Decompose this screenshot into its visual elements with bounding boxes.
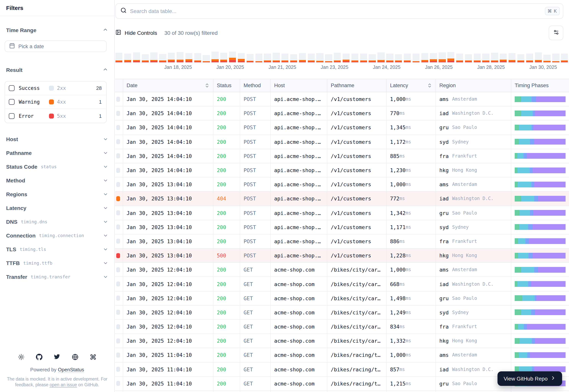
filter-section-dns[interactable]: DNStiming.dns: [0, 215, 114, 229]
timeline-bar[interactable]: [509, 53, 516, 62]
search-input[interactable]: [130, 8, 545, 14]
timeline-bar[interactable]: [334, 53, 341, 62]
timeline-bar[interactable]: [378, 52, 385, 62]
table-row[interactable]: Jan 30, 2025 13:04:10500POSTapi.acme-sho…: [115, 249, 569, 263]
table-row[interactable]: Jan 30, 2025 13:04:10200POSTapi.acme-sho…: [115, 234, 569, 249]
timeline-bar[interactable]: [500, 54, 507, 62]
timeline-bar[interactable]: [325, 54, 332, 62]
timeline-bar[interactable]: [421, 53, 428, 62]
footer-twitter-button[interactable]: [53, 353, 61, 361]
timeline-bar[interactable]: [177, 52, 184, 62]
footer-github-button[interactable]: [35, 353, 43, 361]
openstatus-link[interactable]: OpenStatus: [58, 367, 84, 373]
timeline-bar[interactable]: [369, 54, 376, 62]
table-row[interactable]: Jan 30, 2025 12:04:10200GETacme-shop.com…: [115, 334, 569, 348]
table-row[interactable]: Jan 30, 2025 12:04:10200GETacme-shop.com…: [115, 306, 569, 320]
table-row[interactable]: Jan 30, 2025 14:04:10200POSTapi.acme-sho…: [115, 106, 569, 120]
timeline-bar[interactable]: [273, 53, 280, 62]
table-row[interactable]: Jan 30, 2025 12:04:10200GETacme-shop.com…: [115, 263, 569, 277]
filter-section-connection[interactable]: Connectiontiming.connection: [0, 229, 114, 242]
timeline-bar[interactable]: [552, 54, 559, 62]
timeline-bar[interactable]: [561, 54, 568, 62]
timeline-bar[interactable]: [290, 54, 297, 62]
timeline-bar[interactable]: [281, 54, 289, 62]
result-option-success[interactable]: Success2xx28: [5, 82, 106, 95]
view-github-repo-button[interactable]: View GitHub Repo: [498, 371, 562, 386]
timeline-bar[interactable]: [124, 54, 131, 62]
timeline-bar[interactable]: [543, 55, 551, 62]
timeline-bar[interactable]: [247, 54, 253, 62]
filter-section-method[interactable]: Method: [0, 174, 114, 187]
column-header-date[interactable]: Date: [123, 79, 213, 92]
footer-globe-button[interactable]: [71, 353, 79, 361]
timeline-bar[interactable]: [159, 54, 166, 62]
table-row[interactable]: Jan 30, 2025 12:04:10200GETacme-shop.com…: [115, 291, 569, 305]
column-header-latency[interactable]: Latency: [387, 79, 436, 92]
timeline-bar[interactable]: [229, 52, 236, 62]
timeline-bar[interactable]: [386, 54, 393, 62]
view-settings-button[interactable]: [549, 26, 563, 40]
filter-section-status-code[interactable]: Status Codestatus: [0, 160, 114, 174]
timeline-bar[interactable]: [482, 54, 489, 62]
table-row[interactable]: Jan 30, 2025 13:04:10200POSTapi.acme-sho…: [115, 206, 569, 220]
table-row[interactable]: Jan 30, 2025 14:04:10200POSTapi.acme-sho…: [115, 149, 569, 163]
timeline-bar[interactable]: [360, 54, 367, 62]
timeline-bar[interactable]: [255, 54, 262, 62]
timeline-bar[interactable]: [439, 52, 446, 62]
timeline-bar[interactable]: [535, 52, 542, 62]
table-row[interactable]: Jan 30, 2025 11:04:10200GETacme-shop.com…: [115, 348, 569, 362]
checkbox[interactable]: [9, 99, 14, 105]
time-range-section-header[interactable]: Time Range: [0, 24, 114, 37]
timeline-bar[interactable]: [343, 54, 350, 62]
footer-sun-button[interactable]: [17, 353, 25, 361]
checkbox[interactable]: [9, 113, 14, 119]
filter-section-pathname[interactable]: Pathname: [0, 146, 114, 160]
table-row[interactable]: Jan 30, 2025 14:04:10200POSTapi.acme-sho…: [115, 135, 569, 149]
timeline-bar[interactable]: [142, 54, 149, 62]
timeline-bar[interactable]: [412, 54, 419, 62]
timeline-bar[interactable]: [203, 55, 210, 62]
open-an-issue-link[interactable]: open an issue: [50, 383, 77, 387]
table-row[interactable]: Jan 30, 2025 12:04:10200GETacme-shop.com…: [115, 277, 569, 291]
result-option-warning[interactable]: Warning4xx1: [5, 95, 106, 109]
timeline-bar[interactable]: [526, 54, 533, 62]
table-row[interactable]: Jan 30, 2025 14:04:10200POSTapi.acme-sho…: [115, 163, 569, 177]
timeline-bar[interactable]: [517, 54, 525, 62]
timeline-bar[interactable]: [264, 54, 271, 62]
timeline-bar[interactable]: [212, 52, 219, 62]
table-row[interactable]: Jan 30, 2025 12:04:10200GETacme-shop.com…: [115, 320, 569, 334]
filter-section-tls[interactable]: TLStiming.tls: [0, 242, 114, 256]
timeline-bar[interactable]: [404, 54, 411, 62]
result-section-header[interactable]: Result: [0, 63, 114, 76]
table-row[interactable]: Jan 30, 2025 13:04:10200POSTapi.acme-sho…: [115, 220, 569, 234]
timeline-bar[interactable]: [317, 53, 323, 62]
hide-controls-button[interactable]: Hide Controls: [115, 29, 157, 36]
table-row[interactable]: Jan 30, 2025 14:04:10200POSTapi.acme-sho…: [115, 121, 569, 135]
timeline-bar[interactable]: [151, 52, 158, 62]
timeline-bar[interactable]: [491, 53, 498, 62]
table-row[interactable]: Jan 30, 2025 14:04:10200POSTapi.acme-sho…: [115, 92, 569, 106]
timeline-bar[interactable]: [133, 52, 140, 62]
timeline-bar[interactable]: [115, 53, 123, 62]
timeline-bar[interactable]: [395, 54, 402, 62]
filter-section-host[interactable]: Host: [0, 132, 114, 146]
timeline-bar[interactable]: [299, 53, 306, 62]
timeline-bar[interactable]: [168, 53, 175, 62]
timeline-bar[interactable]: [447, 52, 455, 62]
timeline-bar[interactable]: [220, 53, 227, 62]
timeline-bar[interactable]: [465, 54, 472, 62]
date-picker-input[interactable]: Pick a date: [5, 41, 107, 52]
checkbox[interactable]: [9, 85, 14, 91]
timeline-bar[interactable]: [194, 53, 201, 62]
result-option-error[interactable]: Error5xx1: [5, 109, 106, 123]
filter-section-transfer[interactable]: Transfertiming.transfer: [0, 270, 114, 284]
table-row[interactable]: Jan 30, 2025 13:04:10404POSTapi.acme-sho…: [115, 192, 569, 206]
filter-section-ttfb[interactable]: TTFBtiming.ttfb: [0, 256, 114, 270]
timeline-bar[interactable]: [185, 53, 193, 62]
timeline-bar[interactable]: [351, 54, 359, 62]
timeline-bar[interactable]: [430, 53, 437, 62]
timeline-bar[interactable]: [473, 54, 481, 62]
timeline-bar[interactable]: [456, 54, 463, 62]
filter-section-latency[interactable]: Latency: [0, 201, 114, 215]
filter-section-regions[interactable]: Regions: [0, 187, 114, 201]
